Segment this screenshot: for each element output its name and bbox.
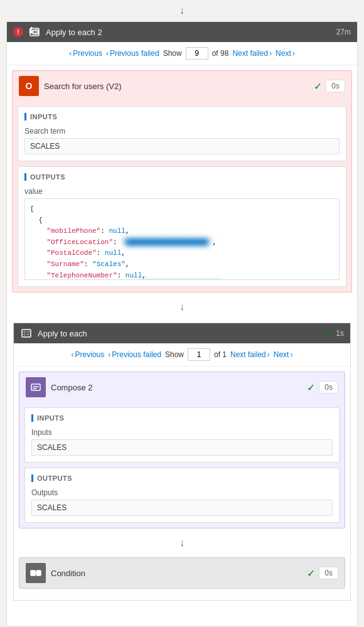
compose-icon-svg [30,382,41,393]
json-output: [ { "mobilePhone": null, "OfficeLocation… [24,198,340,280]
apply-each-inner-success-icon: ✓ [324,328,332,340]
search-users-header-left: O Search for users (V2) [19,76,122,96]
condition-icon [26,563,46,583]
condition-action: Condition ✓ 0s [19,557,345,589]
office-icon: O [19,76,39,96]
compose-2-success-icon: ✓ [307,382,315,394]
compose-icon [26,377,46,397]
previous-btn-1[interactable]: ‹ Previous [69,49,102,58]
page-input-1[interactable] [186,47,208,60]
next-failed-btn-2[interactable]: Next failed › [230,350,270,359]
compose-inputs-label: INPUTS [31,414,333,422]
search-term-value: SCALES [24,138,340,154]
search-term-label: Search term [24,127,340,136]
apply-each-inner-header: Apply to each ✓ 1s [14,323,350,343]
condition-header: Condition ✓ 0s [19,558,345,588]
previous-btn-2[interactable]: ‹ Previous [72,350,105,359]
inputs-label: INPUTS [24,113,340,121]
compose-outputs-label: OUTPUTS [31,474,333,482]
inner-arrow-2: ↓ [14,533,350,552]
svg-rect-3 [31,384,40,390]
compose-2-title: Compose 2 [51,383,92,392]
inner-arrow-1: ↓ [7,297,357,316]
apply-each-2-container: ! Apply to each 2 27m ‹ Previous ‹ Previ… [6,21,358,626]
search-users-duration: 0s [326,80,345,92]
compose-2-header-left: Compose 2 [26,377,92,397]
search-users-header: O Search for users (V2) ✓ 0s [13,71,351,101]
condition-success-icon: ✓ [307,567,315,579]
previous-failed-btn-1[interactable]: ‹ Previous failed [106,49,159,58]
error-badge: ! [13,27,23,37]
condition-title: Condition [51,569,85,578]
apply-each-inner-time: 1s [336,329,344,338]
pagination-bar-2: ‹ Previous ‹ Previous failed Show of 1 N… [14,343,350,367]
loop-icon-inner [20,327,33,340]
value-label: value [24,187,340,196]
compose-2-inputs-section: INPUTS Inputs SCALES [24,407,340,463]
compose-inputs-value: SCALES [31,439,333,456]
error-badge-container: ! [13,27,23,37]
condition-header-left: Condition [26,563,85,583]
of-total-2: of 1 [214,350,227,359]
pagination-bar-1: ‹ Previous ‹ Previous failed Show of 98 … [7,42,357,65]
of-total-1: of 98 [212,49,229,58]
compose-2-action: Compose 2 ✓ 0s INPUTS Inputs SCALES OUTP… [19,372,345,528]
apply-each-2-title: Apply to each 2 [46,28,102,37]
compose-2-duration: 0s [319,381,338,394]
search-users-success-icon: ✓ [314,80,322,92]
show-label-2: Show [165,350,184,359]
compose-outputs-value: SCALES [31,500,333,516]
compose-outputs-field-label: Outputs [31,488,333,497]
show-label-1: Show [163,49,182,58]
compose-2-outputs-section: OUTPUTS Outputs SCALES [24,468,340,523]
apply-each-2-header-left: ! Apply to each 2 [13,26,102,38]
apply-each-inner-title: Apply to each [38,329,87,338]
condition-icon-svg [30,567,41,579]
loop-icon [28,26,41,38]
svg-rect-2 [22,330,31,337]
outputs-label: OUTPUTS [24,173,340,181]
apply-each-2-header: ! Apply to each 2 27m [7,22,357,42]
search-users-outputs-section: OUTPUTS value [ { "mobilePhone": null, "… [18,166,346,287]
next-failed-btn-1[interactable]: Next failed › [232,49,272,58]
search-users-action: O Search for users (V2) ✓ 0s INPUTS Sear… [12,70,352,292]
previous-failed-btn-2[interactable]: ‹ Previous failed [108,350,161,359]
search-users-inputs-section: INPUTS Search term SCALES [18,106,346,161]
compose-inputs-field-label: Inputs [31,428,333,437]
next-btn-1[interactable]: Next › [276,49,295,58]
search-users-title: Search for users (V2) [44,82,122,91]
page-input-2[interactable] [188,348,210,361]
apply-each-2-time: 27m [336,28,351,36]
condition-duration: 0s [319,567,338,579]
apply-each-inner-container: Apply to each ✓ 1s ‹ Previous ‹ Previous… [13,323,351,601]
next-btn-2[interactable]: Next › [274,350,293,359]
compose-2-header: Compose 2 ✓ 0s [19,372,345,402]
top-arrow: ↓ [0,0,364,21]
